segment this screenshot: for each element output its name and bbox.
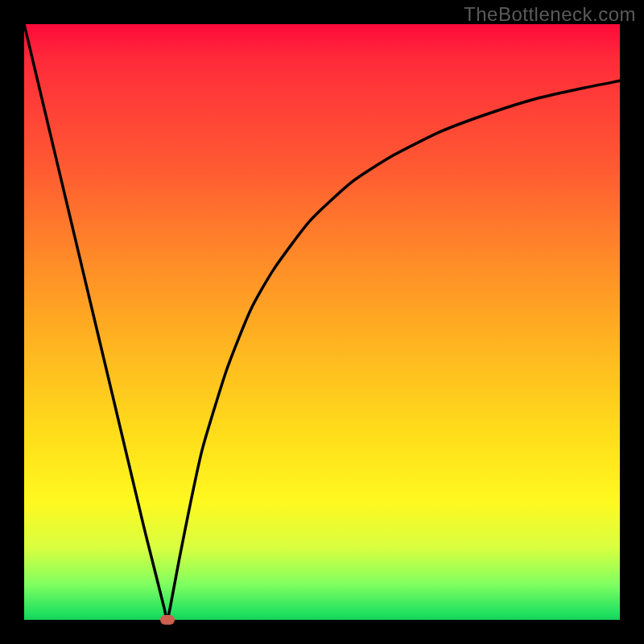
attribution-text: TheBottleneck.com (464, 3, 636, 26)
plot-area (24, 24, 620, 620)
optimal-point-marker (160, 615, 175, 625)
chart-frame: TheBottleneck.com (0, 0, 644, 644)
bottleneck-curve (24, 24, 620, 620)
